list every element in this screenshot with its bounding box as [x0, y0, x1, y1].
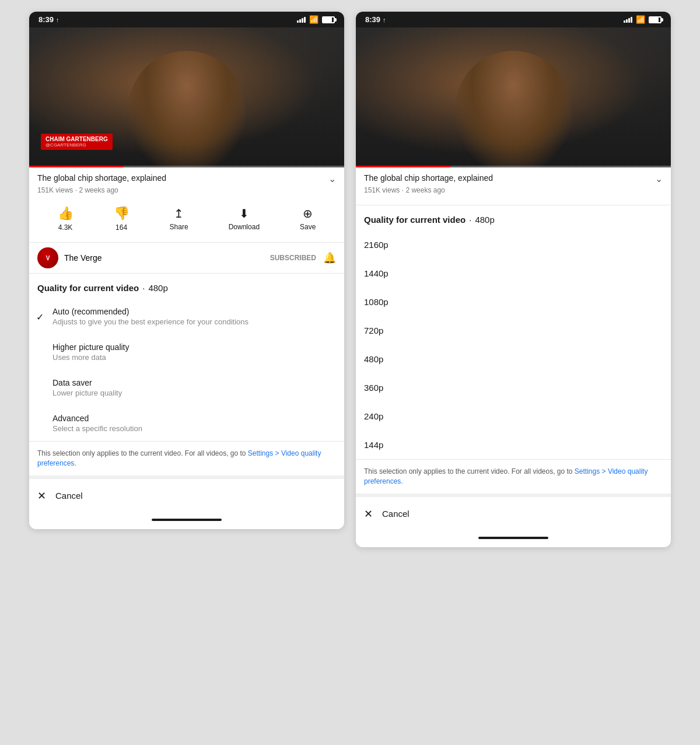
dislike-icon: 👎: [114, 206, 130, 221]
save-label: Save: [300, 223, 316, 231]
save-icon: ⊕: [303, 207, 313, 221]
quality-option-auto-sub: Adjusts to give you the best experience …: [52, 317, 336, 326]
action-buttons-left: 👍 4.3K 👎 164 ↥ Share ⬇ Download ⊕ Save: [37, 200, 336, 237]
person-silhouette-left: [128, 51, 245, 167]
quality-title-left: Quality for current video: [37, 283, 139, 293]
video-info-left: The global chip shortage, explained ⌄ 15…: [29, 167, 344, 243]
download-label: Download: [229, 223, 260, 231]
progress-bar-left: [29, 166, 344, 167]
resolution-options-right: 2160p 1440p 1080p 720p 480p 360p 240p 14…: [356, 230, 671, 459]
video-person-right: [356, 27, 671, 167]
time-left: 8:39: [38, 15, 54, 24]
resolution-144p[interactable]: 144p: [356, 431, 671, 459]
share-label: Share: [170, 223, 188, 231]
resolution-720p[interactable]: 720p: [356, 316, 671, 345]
status-bar-left: 8:39 ↑ 📶: [29, 12, 344, 27]
wifi-icon-right: 📶: [636, 15, 645, 24]
cancel-row-right[interactable]: ✕ Cancel: [356, 494, 671, 531]
status-bar-right: 8:39 ↑ 📶: [356, 12, 671, 27]
footer-note-right: This selection only applies to the curre…: [356, 459, 671, 494]
quality-value-left: 480p: [148, 283, 167, 293]
wifi-icon: 📶: [309, 15, 318, 24]
quality-dot-right: ·: [469, 215, 471, 225]
quality-option-auto-label: Auto (recommended): [52, 307, 336, 316]
cancel-label-left: Cancel: [55, 491, 83, 501]
signal-icon: [297, 17, 306, 23]
quality-option-auto[interactable]: ✓ Auto (recommended) Adjusts to give you…: [29, 299, 344, 334]
channel-row-left: V The Verge SUBSCRIBED 🔔: [29, 243, 344, 274]
status-right: 📶: [297, 15, 335, 24]
cancel-row-left[interactable]: ✕ Cancel: [29, 475, 344, 513]
chevron-down-icon-left[interactable]: ⌄: [328, 173, 336, 184]
status-right-right: 📶: [624, 15, 662, 24]
resolution-480p[interactable]: 480p: [356, 345, 671, 373]
left-phone: 8:39 ↑ 📶 CHAIM GARTENBERG @CGARTENBERG: [29, 12, 344, 529]
cancel-x-icon-right: ✕: [364, 508, 373, 520]
cancel-x-icon-left: ✕: [37, 489, 46, 502]
resolution-2160p[interactable]: 2160p: [356, 230, 671, 259]
like-icon: 👍: [58, 206, 74, 221]
dislike-label: 164: [116, 223, 127, 232]
resolution-1440p[interactable]: 1440p: [356, 259, 671, 288]
share-button[interactable]: ↥ Share: [165, 204, 193, 233]
quality-header-right: Quality for current video · 480p: [356, 205, 671, 230]
home-indicator-left: [29, 513, 344, 529]
video-title-row-left: The global chip shortage, explained ⌄: [37, 173, 336, 184]
like-label: 4.3K: [58, 223, 73, 232]
dislike-button[interactable]: 👎 164: [109, 204, 134, 234]
right-phone: 8:39 ↑ 📶 The global chip shortage,: [356, 12, 671, 547]
cancel-label-right: Cancel: [382, 509, 410, 519]
channel-left: V The Verge: [37, 247, 102, 268]
bell-icon-left[interactable]: 🔔: [323, 251, 336, 264]
video-person-left: CHAIM GARTENBERG @CGARTENBERG: [29, 27, 344, 167]
resolution-1080p[interactable]: 1080p: [356, 288, 671, 316]
channel-avatar-left: V: [37, 247, 58, 268]
battery-icon-right: [649, 16, 662, 23]
quality-header-left: Quality for current video · 480p: [29, 274, 344, 299]
progress-fill-left: [29, 166, 124, 167]
quality-option-higher[interactable]: Higher picture quality Uses more data: [29, 334, 344, 370]
quality-option-advanced[interactable]: Advanced Select a specific resolution: [29, 405, 344, 441]
quality-option-datasaver-sub: Lower picture quality: [52, 389, 336, 397]
time-right: 8:39: [365, 15, 380, 24]
share-icon: ↥: [174, 207, 184, 221]
resolution-240p[interactable]: 240p: [356, 402, 671, 431]
resolution-360p[interactable]: 360p: [356, 373, 671, 402]
quality-option-advanced-sub: Select a specific resolution: [52, 424, 336, 433]
quality-dot-left: ·: [142, 283, 145, 293]
download-icon: ⬇: [239, 207, 249, 221]
status-left-right: 8:39 ↑: [365, 15, 386, 24]
like-button[interactable]: 👍 4.3K: [53, 204, 78, 234]
battery-icon: [322, 16, 335, 23]
channel-name-left[interactable]: The Verge: [64, 253, 102, 263]
quality-option-higher-label: Higher picture quality: [52, 342, 336, 352]
quality-option-advanced-label: Advanced: [52, 414, 336, 423]
video-title-left: The global chip shortage, explained: [37, 173, 328, 183]
location-icon-left: ↑: [56, 16, 60, 23]
download-button[interactable]: ⬇ Download: [224, 204, 264, 233]
chevron-down-icon-right[interactable]: ⌄: [655, 173, 663, 184]
footer-note-left: This selection only applies to the curre…: [29, 441, 344, 475]
video-meta-right: 151K views · 2 weeks ago: [364, 186, 663, 194]
save-button[interactable]: ⊕ Save: [295, 204, 320, 233]
quality-title-right: Quality for current video: [364, 215, 466, 225]
video-thumbnail-right[interactable]: [356, 27, 671, 167]
status-left: 8:39 ↑: [38, 15, 60, 24]
quality-option-datasaver[interactable]: Data saver Lower picture quality: [29, 370, 344, 405]
home-bar-left: [152, 519, 222, 521]
home-bar-right: [478, 537, 548, 539]
person-silhouette-right: [455, 51, 572, 167]
progress-bar-right: [356, 166, 671, 167]
video-meta-left: 151K views · 2 weeks ago: [37, 186, 336, 194]
quality-option-higher-sub: Uses more data: [52, 353, 336, 362]
subscribed-button-left[interactable]: SUBSCRIBED: [270, 254, 316, 262]
video-title-right: The global chip shortage, explained: [364, 173, 655, 183]
quality-value-right: 480p: [475, 215, 494, 225]
video-thumbnail-left[interactable]: CHAIM GARTENBERG @CGARTENBERG: [29, 27, 344, 167]
name-badge-left: CHAIM GARTENBERG @CGARTENBERG: [41, 134, 113, 150]
home-indicator-right: [356, 531, 671, 547]
video-info-right: The global chip shortage, explained ⌄ 15…: [356, 167, 671, 205]
quality-options-left: ✓ Auto (recommended) Adjusts to give you…: [29, 299, 344, 441]
signal-icon-right: [624, 17, 632, 23]
checkmark-icon: ✓: [36, 311, 44, 322]
